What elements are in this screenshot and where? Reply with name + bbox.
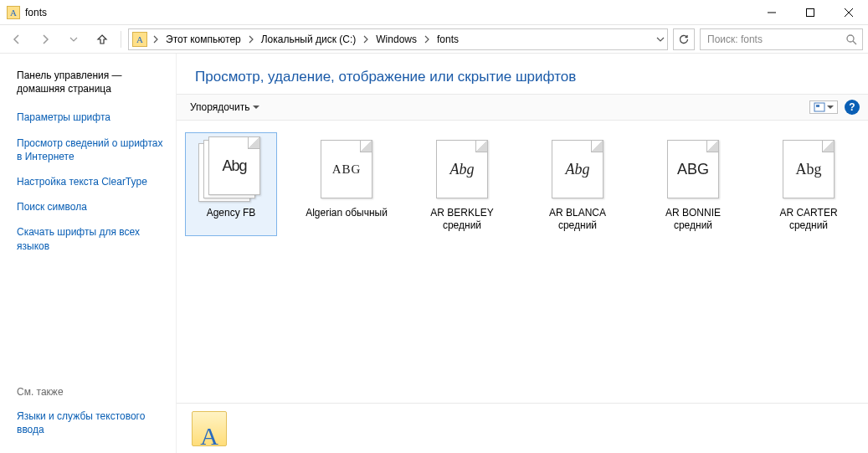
- back-button[interactable]: [5, 28, 28, 51]
- font-name: AR BONNIE средний: [651, 207, 735, 232]
- up-button[interactable]: [90, 28, 114, 51]
- font-name: AR BLANCA средний: [536, 207, 619, 232]
- svg-rect-7: [816, 105, 819, 107]
- window-title: fonts: [25, 7, 47, 18]
- chevron-down-icon[interactable]: [655, 35, 665, 44]
- recent-dropdown[interactable]: [62, 28, 85, 51]
- sidebar-lead[interactable]: Панель управления — домашняя страница: [17, 69, 164, 95]
- font-sample: Abg: [209, 137, 259, 194]
- view-icon: [814, 102, 825, 112]
- font-name: AR BERKLEY средний: [420, 207, 504, 232]
- svg-rect-1: [807, 8, 814, 16]
- help-button[interactable]: ?: [845, 100, 860, 115]
- chevron-right-icon[interactable]: [151, 35, 161, 44]
- font-sample: Abg: [437, 141, 487, 198]
- search-box[interactable]: [700, 28, 863, 50]
- font-sample: Abg: [783, 141, 834, 198]
- font-sample: ABG: [668, 141, 718, 198]
- font-item[interactable]: AbgAR BERKLEY средний: [416, 132, 508, 236]
- font-thumbnail: Abg: [545, 136, 610, 202]
- font-item[interactable]: ABGAR BONNIE средний: [647, 132, 739, 236]
- svg-line-5: [853, 41, 856, 44]
- sidebar-link[interactable]: Параметры шрифта: [17, 111, 164, 124]
- forward-button[interactable]: [33, 28, 57, 51]
- chevron-right-icon[interactable]: [246, 35, 256, 44]
- breadcrumb-segment[interactable]: Локальный диск (C:): [258, 32, 360, 47]
- sidebar-link[interactable]: Просмотр сведений о шрифтах в Интернете: [17, 136, 164, 163]
- close-button[interactable]: [829, 0, 868, 25]
- svg-point-4: [847, 35, 854, 42]
- sidebar-link[interactable]: Поиск символа: [17, 200, 164, 214]
- sidebar-link[interactable]: Языки и службы текстового ввода: [17, 409, 164, 436]
- chevron-right-icon[interactable]: [422, 35, 432, 44]
- chevron-down-icon: [827, 104, 834, 111]
- see-also-label: См. также: [17, 386, 164, 398]
- refresh-button[interactable]: [673, 28, 695, 50]
- organize-label: Упорядочить: [190, 101, 249, 113]
- font-thumbnail: Abg: [429, 136, 495, 202]
- font-name: Agency FB: [207, 207, 256, 232]
- sidebar-link[interactable]: Скачать шрифты для всех языков: [17, 225, 164, 252]
- separator: [121, 31, 121, 48]
- search-icon: [845, 33, 857, 45]
- details-pane: [177, 403, 868, 453]
- sidebar-link[interactable]: Настройка текста ClearType: [17, 175, 164, 188]
- chevron-down-icon: [253, 104, 259, 111]
- minimize-button[interactable]: [752, 0, 791, 25]
- font-item[interactable]: ABGAlgerian обычный: [300, 132, 393, 236]
- window-icon: [7, 6, 20, 19]
- font-thumbnail: ABG: [314, 136, 379, 202]
- font-thumbnail: ABG: [660, 136, 726, 202]
- font-thumbnail: Abg: [198, 136, 264, 202]
- page-title: Просмотр, удаление, отображение или скры…: [195, 69, 850, 85]
- breadcrumb-segment[interactable]: Этот компьютер: [162, 32, 244, 47]
- font-item[interactable]: AbgAR BLANCA средний: [532, 132, 624, 236]
- organize-button[interactable]: Упорядочить: [185, 100, 265, 115]
- search-input[interactable]: [706, 33, 845, 46]
- fonts-folder-icon: [192, 411, 227, 446]
- font-name: AR CARTER средний: [767, 207, 850, 232]
- breadcrumb-segment[interactable]: Windows: [372, 32, 420, 47]
- font-sample: Abg: [552, 141, 603, 198]
- font-sample: ABG: [321, 141, 372, 198]
- font-item[interactable]: AbgAgency FB: [185, 132, 277, 236]
- font-item[interactable]: AbgAR CARTER средний: [763, 132, 855, 236]
- address-bar[interactable]: Этот компьютер Локальный диск (C:) Windo…: [128, 28, 668, 50]
- chevron-right-icon[interactable]: [361, 35, 371, 44]
- view-options-button[interactable]: [809, 100, 838, 114]
- font-thumbnail: Abg: [776, 136, 841, 202]
- maximize-button[interactable]: [791, 0, 829, 25]
- folder-icon: [132, 32, 147, 47]
- font-name: Algerian обычный: [306, 207, 388, 232]
- breadcrumb-segment[interactable]: fonts: [434, 32, 462, 47]
